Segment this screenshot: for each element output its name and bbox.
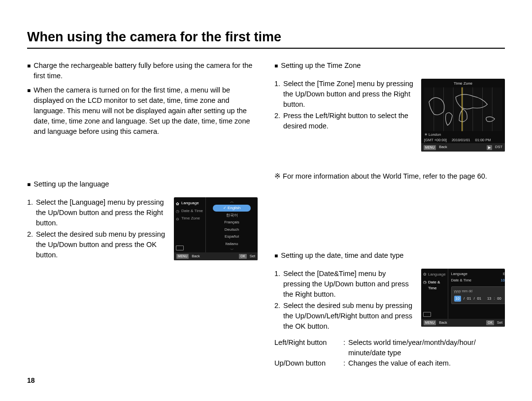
dt-hour: 13 [487,296,491,302]
back-label: Back [192,254,200,259]
dt-step1: Select the [Date&Time] menu by pressing … [283,269,414,300]
dt-format: yyyy mm dd [454,289,505,294]
left-column: ■ Charge the rechargeable battery fully … [27,61,258,369]
dt-val-lang: English [503,272,505,277]
lang-opt-italiano: Italiano [213,241,251,247]
lang-opt-deutsch: Deutsch [213,226,251,233]
step-number: 2. [27,229,36,260]
heading-timezone: Setting up the Time Zone [281,61,361,72]
dt-line-lang: Language [451,272,467,277]
sun-icon: ☀ [424,132,428,137]
ok-button-label: OK [486,320,494,325]
battery-icon [176,246,184,250]
bullet-first-on: When the camera is turned on for the fir… [33,85,258,137]
menu-language: Language [181,200,199,206]
step-number: 1. [274,79,283,110]
colon: : [343,338,348,348]
step-number: 2. [274,111,283,131]
dt-year: 10 [454,296,461,302]
lang-step2: Select the desired sub menu by pressing … [36,229,167,260]
clock-icon: ◷ [423,279,427,291]
tz-step1: Select the [Time Zone] menu by pressing … [283,79,414,110]
ud-button-label: Up/Down button [274,358,343,369]
back-label: Back [439,145,447,150]
square-bullet-icon: ■ [27,85,31,137]
tz-gmt: [GMT +00:00] [424,138,447,143]
page-number: 18 [27,376,35,384]
lang-opt-english: English [228,206,240,210]
gear-icon: ✿ [423,272,427,278]
square-bullet-icon: ■ [27,179,31,190]
dt-line-datetime: Date & Time [451,278,471,283]
menu-timezone: Time Zone [181,216,200,221]
square-bullet-icon: ■ [27,61,31,81]
chevron-up-icon: ︿ [209,199,255,204]
lang-opt-francais: Français [213,219,251,226]
battery-icon [423,312,431,317]
square-bullet-icon: ■ [274,61,278,72]
lcd-language-screenshot: ✿Language ◷Date & Time ⊖Time Zone ︿ Engl… [174,197,258,260]
chevron-down-icon: ﹀ [209,247,255,252]
dst-label: DST [495,145,502,150]
dt-month: 01 [467,296,471,302]
tz-date: 2010/01/01 [452,138,470,143]
dt-min: 00 [497,296,501,302]
lr-button-text-cont: minute/date type [348,348,505,358]
bullet-charge: Charge the rechargeable battery fully be… [33,61,258,81]
page-title: When using the camera for the first time [27,30,505,49]
tz-time: 01:00 PM [475,138,491,143]
menu-button-label: MENU [424,145,436,150]
tz-title: Time Zone [421,79,505,88]
ok-button-label: OK [239,254,246,259]
play-button-label: ▶ [487,145,492,150]
lang-opt-espanol: Español [213,233,251,240]
set-label: Set [497,320,502,326]
dt-day: 01 [477,296,481,302]
menu-language: Language [428,272,446,278]
menu-datetime: Date & Time [428,279,446,291]
lr-button-label: Left/Right button [274,338,343,348]
lr-button-text: Selects world time/year/month/day/hour/ [348,338,505,348]
lcd-timezone-screenshot: Time Zone [421,79,505,152]
heading-language: Setting up the language [33,179,109,190]
lang-step1: Select the [Language] menu by pressing t… [36,197,167,228]
dt-val-date: 10/01/01 [500,278,505,283]
dt-step2: Select the desired sub menu by pressing … [283,301,414,332]
clock-icon: ◷ [176,209,180,213]
world-map-icon [424,87,502,131]
ud-button-text: Changes the value of each item. [348,358,505,369]
step-number: 2. [274,301,283,332]
menu-datetime: Date & Time [181,208,203,214]
worldtime-note: ※ For more information about the World T… [274,171,505,182]
right-column: ■ Setting up the Time Zone 1. Select the… [274,61,505,369]
tz-city: London [429,132,441,137]
lang-opt-korean: 한국어 [213,212,251,219]
heading-datetime: Setting up the date, time and date type [281,250,403,262]
colon: : [343,358,348,369]
step-number: 1. [27,197,36,228]
menu-button-label: MENU [424,320,436,325]
back-label: Back [439,320,447,326]
step-number: 1. [274,269,283,300]
set-label: Set [250,254,255,259]
menu-button-label: MENU [176,254,189,259]
gear-icon: ✿ [176,201,180,205]
lcd-datetime-screenshot: ✿Language ◷Date & Time Language English … [421,269,505,327]
globe-icon: ⊖ [176,216,180,220]
square-bullet-icon: ■ [274,250,278,262]
tz-step2: Press the Left/Right button to select th… [283,111,414,131]
